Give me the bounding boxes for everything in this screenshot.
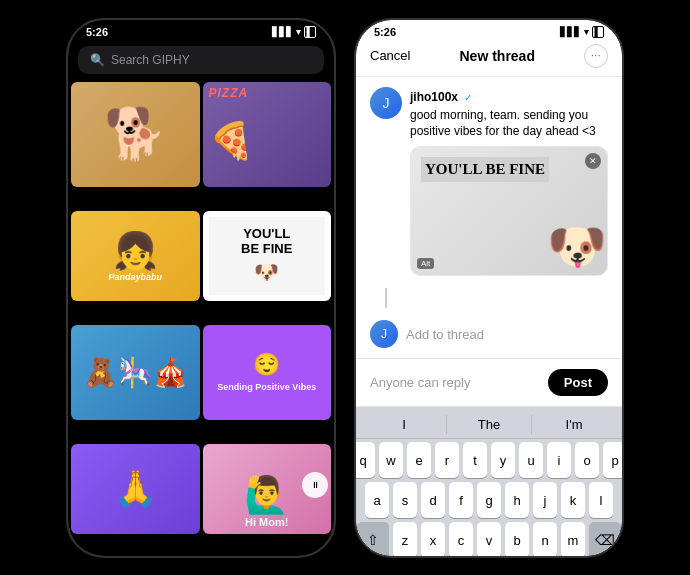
key-g[interactable]: g xyxy=(477,482,501,518)
phones-container: 5:26 ▋▋▋ ▾ ▌ 🔍 Search GIPHY 🐕 xyxy=(66,18,624,558)
search-icon: 🔍 xyxy=(90,53,105,67)
key-u[interactable]: u xyxy=(519,442,543,478)
left-time: 5:26 xyxy=(86,26,108,38)
gif-grid: 🐕 PIZZA 🍕 👧 Pandaybabu xyxy=(68,82,334,556)
key-z[interactable]: z xyxy=(393,522,417,555)
close-gif-button[interactable]: ✕ xyxy=(585,153,601,169)
key-s[interactable]: s xyxy=(393,482,417,518)
toys-icon: 🧸🎠🎪 xyxy=(83,356,188,389)
key-y[interactable]: y xyxy=(491,442,515,478)
dog-shape: 🐕 xyxy=(71,82,200,187)
key-r[interactable]: r xyxy=(435,442,459,478)
add-thread-row[interactable]: J Add to thread xyxy=(370,320,608,348)
search-placeholder: Search GIPHY xyxy=(111,53,190,67)
keyboard: I The I'm q w e r t y u i xyxy=(356,407,622,555)
cancel-button[interactable]: Cancel xyxy=(370,48,410,63)
pizza-icon: 🍕 xyxy=(209,120,254,162)
more-icon: ··· xyxy=(591,50,601,61)
right-status-icons: ▋▋▋ ▾ ▌ xyxy=(560,26,604,38)
reply-avatar: J xyxy=(370,320,398,348)
man-waving-icon: 🙋‍♂️ xyxy=(244,474,289,516)
key-v[interactable]: v xyxy=(477,522,501,555)
suggestion-i[interactable]: I xyxy=(362,415,447,434)
key-b[interactable]: b xyxy=(505,522,529,555)
signal-icon: ▋▋▋ xyxy=(272,27,293,37)
gif-cell-pizza[interactable]: PIZZA 🍕 xyxy=(203,82,332,187)
delete-key[interactable]: ⌫ xyxy=(589,522,621,555)
right-screen: 5:26 ▋▋▋ ▾ ▌ Cancel New thread ··· J xyxy=(356,20,622,556)
left-status-icons: ▋▋▋ ▾ ▌ xyxy=(272,26,316,38)
shift-key[interactable]: ⇧ xyxy=(357,522,389,555)
right-status-bar: 5:26 ▋▋▋ ▾ ▌ xyxy=(356,20,622,38)
gif-cell-colorful[interactable]: 🧸🎠🎪 xyxy=(71,325,200,420)
left-status-bar: 5:26 ▋▋▋ ▾ ▌ xyxy=(68,20,334,38)
girl-label: Pandaybabu xyxy=(108,272,162,282)
gif-cell-positive-vibes[interactable]: 😌 Sending Positive Vibes xyxy=(203,325,332,420)
thread-title: New thread xyxy=(460,48,535,64)
thread-header: Cancel New thread ··· xyxy=(356,38,622,77)
key-h[interactable]: h xyxy=(505,482,529,518)
gif-preview-inner: YOU'LL BE FINE 🐶 Alt ✕ xyxy=(411,147,607,275)
search-bar[interactable]: 🔍 Search GIPHY xyxy=(78,46,324,74)
suggestion-the[interactable]: The xyxy=(447,415,532,434)
key-t[interactable]: t xyxy=(463,442,487,478)
verified-icon: ✓ xyxy=(464,92,472,103)
right-time: 5:26 xyxy=(374,26,396,38)
right-signal-icon: ▋▋▋ xyxy=(560,27,581,37)
gif-cell-girl[interactable]: 👧 Pandaybabu xyxy=(71,211,200,301)
keyboard-suggestions: I The I'm xyxy=(356,411,622,439)
praying-icon: 🙏 xyxy=(113,468,158,510)
left-screen: 5:26 ▋▋▋ ▾ ▌ 🔍 Search GIPHY 🐕 xyxy=(68,20,334,556)
thread-content: J jiho100x ✓ good morning, team. sending… xyxy=(356,77,622,359)
right-battery-icon: ▌ xyxy=(592,26,604,38)
post-button[interactable]: Post xyxy=(548,369,608,396)
battery-icon: ▌ xyxy=(304,26,316,38)
author-name-row: jiho100x ✓ xyxy=(410,87,608,105)
more-button[interactable]: ··· xyxy=(584,44,608,68)
alt-badge: Alt xyxy=(417,258,434,269)
key-a[interactable]: a xyxy=(365,482,389,518)
key-m[interactable]: m xyxy=(561,522,585,555)
key-k[interactable]: k xyxy=(561,482,585,518)
key-p[interactable]: p xyxy=(603,442,622,478)
key-l[interactable]: l xyxy=(589,482,613,518)
key-n[interactable]: n xyxy=(533,522,557,555)
key-w[interactable]: w xyxy=(379,442,403,478)
key-d[interactable]: d xyxy=(421,482,445,518)
reply-setting-row: Anyone can reply Post xyxy=(356,358,622,407)
girl-icon: 👧 xyxy=(113,230,158,272)
positive-label: Sending Positive Vibes xyxy=(217,382,316,393)
key-e[interactable]: e xyxy=(407,442,431,478)
author-name: jiho100x xyxy=(410,90,458,104)
key-q[interactable]: q xyxy=(356,442,375,478)
gif-cell-youll[interactable]: YOU'LLBE FINE 🐶 xyxy=(203,211,332,301)
author-avatar: J xyxy=(370,87,402,119)
gif-preview: YOU'LL BE FINE 🐶 Alt ✕ xyxy=(410,146,608,276)
positive-emoji: 😌 xyxy=(253,352,280,378)
pause-icon: ⏸ xyxy=(311,480,320,490)
left-phone: 5:26 ▋▋▋ ▾ ▌ 🔍 Search GIPHY 🐕 xyxy=(66,18,336,558)
suggestion-im[interactable]: I'm xyxy=(532,415,616,434)
himom-label: Hi Mom! xyxy=(245,516,288,528)
key-row-3: ⇧ z x c v b n m ⌫ xyxy=(360,522,618,555)
gif-cell-dog[interactable]: 🐕 xyxy=(71,82,200,187)
add-thread-label: Add to thread xyxy=(406,327,484,342)
key-f[interactable]: f xyxy=(449,482,473,518)
wifi-icon: ▾ xyxy=(296,27,301,37)
key-j[interactable]: j xyxy=(533,482,557,518)
right-phone: 5:26 ▋▋▋ ▾ ▌ Cancel New thread ··· J xyxy=(354,18,624,558)
post-text: good morning, team. sending you positive… xyxy=(410,107,608,141)
pause-button[interactable]: ⏸ xyxy=(302,472,328,498)
key-x[interactable]: x xyxy=(421,522,445,555)
key-o[interactable]: o xyxy=(575,442,599,478)
post-author-row: J jiho100x ✓ good morning, team. sending… xyxy=(370,87,608,277)
right-wifi-icon: ▾ xyxy=(584,27,589,37)
post-body: jiho100x ✓ good morning, team. sending y… xyxy=(410,87,608,277)
key-i[interactable]: i xyxy=(547,442,571,478)
youll-text: YOU'LLBE FINE 🐶 xyxy=(241,227,292,284)
key-c[interactable]: c xyxy=(449,522,473,555)
key-row-1: q w e r t y u i o p xyxy=(360,442,618,478)
key-row-2: a s d f g h j k l xyxy=(360,482,618,518)
keyboard-rows: q w e r t y u i o p a s xyxy=(356,439,622,555)
gif-cell-girl2[interactable]: 🙏 xyxy=(71,444,200,534)
